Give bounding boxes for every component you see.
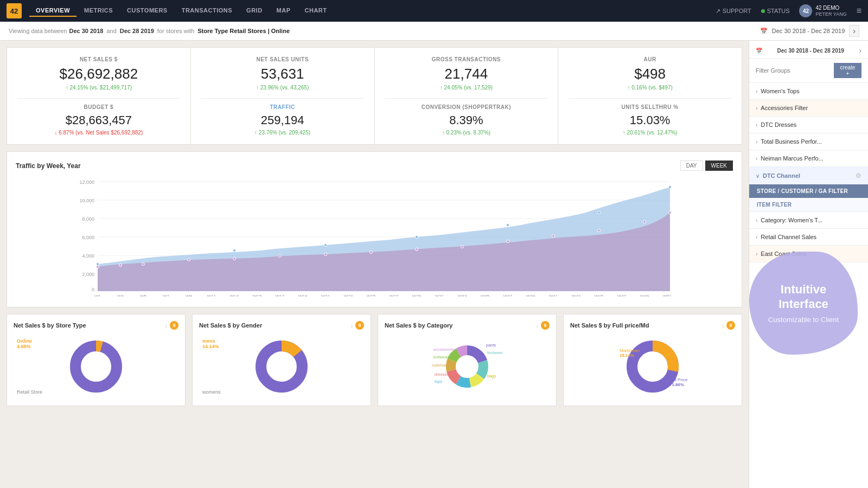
svg-point-64 — [82, 352, 110, 381]
nav-tab-metrics[interactable]: METRICS — [78, 5, 119, 17]
hamburger-icon[interactable]: ≡ — [857, 6, 861, 16]
kpi-card-transactions: GROSS TRANSACTIONS 21,744 ↑ 24.05% (vs. … — [375, 48, 558, 144]
status-indicator: STATUS — [761, 8, 790, 14]
svg-text:knitwear: knitwear — [433, 355, 449, 359]
sidebar-item-neiman[interactable]: › Neiman Marcus Perfo... — [749, 150, 868, 166]
donut-gender-icons: ↓ 9 — [350, 321, 364, 330]
viewing-label: Viewing data between — [9, 28, 67, 34]
sidebar-total-business-label: Total Business Perfor... — [761, 138, 861, 145]
donut-fullprice-chart: Markdown 28.14% Full Price 71.86% — [570, 334, 735, 399]
donut-label-womens: womens — [202, 389, 221, 395]
sidebar-section-womens-tops: › Women's Tops — [749, 83, 868, 100]
svg-text:10,000: 10,000 — [79, 198, 94, 203]
top-nav: 42 OVERVIEW METRICS CUSTOMERS TRANSACTIO… — [0, 0, 868, 22]
donut-category-badge: 9 — [541, 321, 550, 330]
svg-point-59 — [507, 224, 509, 227]
kpi-sellthru-change: ↑ 20.61% (vs. 12.47%) — [568, 130, 732, 136]
support-link[interactable]: ↗ SUPPORT — [716, 8, 751, 15]
sidebar-filter-row: create + — [749, 59, 868, 83]
traffic-chart-svg: 12,000 10,000 8,000 6,000 4,000 2,000 0 — [16, 177, 733, 297]
donut-gender-badge: 9 — [355, 321, 364, 330]
svg-text:outerwear: outerwear — [432, 363, 450, 368]
kpi-net-sales-value: $26,692,882 — [17, 66, 181, 82]
sidebar-item-category-womens[interactable]: › Category: Women's T... — [749, 212, 868, 228]
filter-groups-input[interactable] — [756, 67, 831, 74]
store-filter: Store Type Retail Stores | Online — [197, 28, 290, 34]
app-logo: 42 — [7, 3, 22, 18]
nav-tab-transactions[interactable]: TRANSACTIONS — [175, 5, 239, 17]
sidebar-item-dtc-dresses[interactable]: › DTC Dresses — [749, 117, 868, 133]
kpi-net-sales-change: ↑ 24.15% (vs. $21,499,717) — [17, 85, 181, 91]
nav-tab-grid[interactable]: GRID — [240, 5, 269, 17]
sidebar-date-nav[interactable]: › — [859, 46, 861, 55]
nav-tab-customers[interactable]: CUSTOMERS — [120, 5, 174, 17]
svg-text:W3: W3 — [117, 294, 124, 297]
sidebar-womens-tops-label: Women's Tops — [761, 88, 861, 94]
svg-point-45 — [279, 255, 282, 258]
svg-text:8,000: 8,000 — [82, 216, 94, 222]
kpi-conversion-value: 8.39% — [385, 113, 548, 127]
date-start: Dec 30 2018 — [69, 28, 103, 34]
sidebar-item-womens-tops[interactable]: › Women's Tops — [749, 83, 868, 99]
svg-text:W5: W5 — [140, 294, 147, 297]
svg-point-41 — [119, 264, 122, 267]
date-nav-next[interactable]: › — [849, 25, 859, 37]
gear-icon[interactable]: ⚙ — [856, 172, 861, 179]
svg-text:W31: W31 — [435, 294, 444, 297]
svg-point-43 — [188, 259, 190, 261]
donut-store-type-title: Net Sales $ by Store Type — [14, 322, 86, 329]
svg-text:W33: W33 — [458, 294, 467, 297]
download-icon-fullprice[interactable]: ↓ — [722, 323, 724, 329]
download-icon-gender[interactable]: ↓ — [350, 323, 353, 329]
chevron-right-icon-retail: › — [756, 234, 757, 240]
kpi-traffic-label[interactable]: TRAFFIC — [201, 104, 365, 110]
svg-point-60 — [598, 211, 601, 214]
svg-point-49 — [461, 246, 464, 248]
user-menu[interactable]: 42 42 DEMO PETER YANG — [799, 4, 846, 18]
svg-text:Full Price: Full Price — [669, 377, 688, 382]
chevron-right-icon-cat: › — [756, 217, 757, 223]
donut-category-header: Net Sales $ by Category ↓ 9 — [385, 321, 550, 330]
toggle-day[interactable]: DAY — [680, 160, 703, 171]
svg-text:pants: pants — [486, 343, 496, 348]
svg-text:W15: W15 — [253, 294, 262, 297]
sidebar-subitem-store-label: STORE / CUSTOMER / GA FILTER — [757, 188, 848, 194]
support-label: SUPPORT — [723, 8, 751, 14]
sidebar: 📅 Dec 30 2018 - Dec 28 2019 › create + ›… — [749, 41, 868, 488]
donut-store-type-header: Net Sales $ by Store Type ↓ 9 — [14, 321, 178, 330]
svg-text:tops: tops — [435, 379, 442, 384]
date-end: Dec 28 2019 — [120, 28, 154, 34]
sidebar-accessories-label: Accessories Filter — [761, 105, 861, 111]
sidebar-item-dtc-channel[interactable]: ∨ DTC Channel ⚙ — [749, 167, 868, 184]
chart-title: Traffic by Week, Year — [16, 162, 81, 170]
donut-fullprice-badge: 9 — [726, 321, 735, 330]
nav-tab-map[interactable]: MAP — [270, 5, 297, 17]
blob-shape: Intuitive Interface Customizable to Clie… — [749, 252, 858, 355]
blob-overlay: Intuitive Interface Customizable to Clie… — [749, 252, 863, 365]
sidebar-item-accessories[interactable]: › Accessories Filter — [749, 100, 868, 116]
download-icon-category[interactable]: ↓ — [536, 323, 539, 329]
download-icon[interactable]: ↓ — [165, 323, 168, 329]
svg-text:footwear: footwear — [487, 350, 502, 355]
svg-text:W11: W11 — [207, 294, 216, 297]
donut-gender-title: Net Sales $ by Gender — [199, 322, 262, 329]
date-range-right: 📅 Dec 30 2018 - Dec 28 2019 › — [760, 25, 859, 37]
svg-text:W19: W19 — [298, 294, 308, 297]
svg-text:accessories: accessories — [433, 347, 455, 352]
sidebar-subitem-item-filter[interactable]: ITEM FILTER — [749, 198, 868, 211]
donut-category: Net Sales $ by Category ↓ 9 — [378, 314, 557, 406]
sidebar-item-total-business[interactable]: › Total Business Perfor... — [749, 133, 868, 150]
sidebar-subitem-store-customer[interactable]: STORE / CUSTOMER / GA FILTER — [749, 184, 868, 198]
donut-svg-store — [66, 337, 126, 396]
nav-tab-overview[interactable]: OVERVIEW — [29, 5, 76, 17]
kpi-traffic: TRAFFIC 259,194 ↑ 23.76% (vs. 209,425) — [201, 98, 365, 136]
sidebar-item-retail-channel[interactable]: › Retail Channel Sales — [749, 229, 868, 245]
date-range-display: Dec 30 2018 - Dec 28 2019 — [772, 28, 845, 34]
kpi-traffic-value: 259,194 — [201, 113, 365, 127]
svg-text:W35: W35 — [481, 294, 490, 297]
sidebar-subitem-item-label: ITEM FILTER — [757, 202, 792, 208]
toggle-week[interactable]: WEEK — [705, 160, 733, 171]
create-filter-button[interactable]: create + — [834, 63, 861, 78]
kpi-budget-value: $28,663,457 — [17, 113, 181, 127]
nav-tab-chart[interactable]: CHART — [298, 5, 334, 17]
